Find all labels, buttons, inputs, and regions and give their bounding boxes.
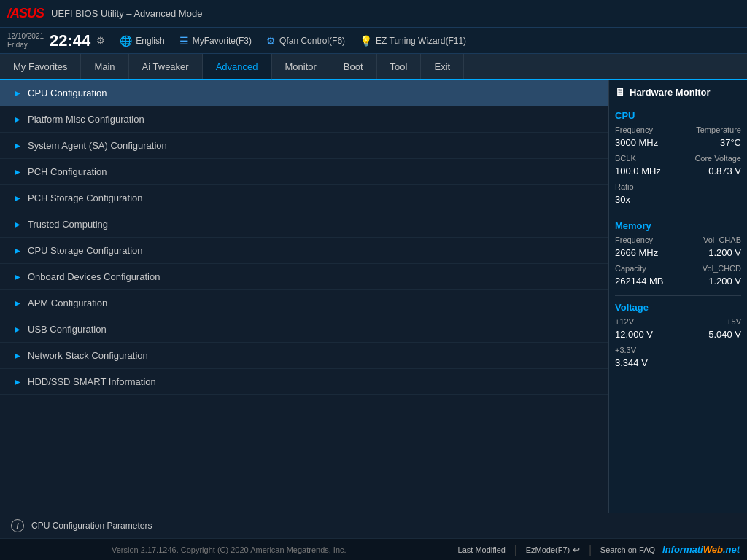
nav-advanced[interactable]: Advanced <box>203 54 272 80</box>
arrow-icon: ▶ <box>15 194 20 202</box>
mem-capacity-value: 262144 MB <box>615 276 664 287</box>
cpu-frequency-value-row: 3000 MHz 37°C <box>615 137 741 151</box>
cpu-core-voltage-label: Core Voltage <box>694 154 741 163</box>
info-icon: i <box>11 519 24 532</box>
cpu-frequency-label: Frequency <box>615 125 653 134</box>
mem-frequency-value: 2666 MHz <box>615 247 658 258</box>
voltage-12-value-row: 12.000 V 5.040 V <box>615 329 741 343</box>
menu-item-hdd-smart[interactable]: ▶ HDD/SSD SMART Information <box>0 369 608 395</box>
cpu-bclk-value-row: 100.0 MHz 0.873 V <box>615 166 741 179</box>
memory-section-title: Memory <box>615 220 741 231</box>
informatiweb-brand: InformatiWeb.net <box>662 544 740 555</box>
favorite-icon: ☰ <box>179 35 189 47</box>
v12-label: +12V <box>615 317 634 326</box>
arrow-icon: ▶ <box>15 220 20 228</box>
time-display: 22:44 <box>50 31 90 50</box>
cpu-frequency-value: 3000 MHz <box>615 137 658 148</box>
bulb-icon: 💡 <box>360 35 372 47</box>
datetime: 12/10/2021 Friday 22:44 ⚙ <box>7 31 105 50</box>
settings-icon[interactable]: ⚙ <box>96 35 105 46</box>
arrow-icon: ▶ <box>15 168 20 176</box>
mem-vol-chcd-label: Vol_CHCD <box>703 264 741 273</box>
mem-capacity-row: Capacity Vol_CHCD <box>615 264 741 273</box>
footer: Version 2.17.1246. Copyright (C) 2020 Am… <box>0 538 747 560</box>
menu-item-pch-storage[interactable]: ▶ PCH Storage Configuration <box>0 185 608 211</box>
mem-vol-chab-label: Vol_CHAB <box>703 236 741 244</box>
menu-item-cpu-storage[interactable]: ▶ CPU Storage Configuration <box>0 238 608 264</box>
menu-item-cpu-configuration[interactable]: ▶ CPU Configuration <box>0 80 608 106</box>
v33-value: 3.344 V <box>615 357 648 368</box>
arrow-icon: ▶ <box>15 378 20 386</box>
cpu-ratio-value-row: 30x <box>615 194 741 208</box>
cpu-bclk-label: BCLK <box>615 154 636 163</box>
topbar: 12/10/2021 Friday 22:44 ⚙ 🌐 English ☰ My… <box>0 28 747 54</box>
fan-icon: ⚙ <box>266 35 276 47</box>
arrow-icon: ▶ <box>15 273 20 281</box>
nav-ai-tweaker[interactable]: Ai Tweaker <box>129 54 203 79</box>
menu-item-onboard-devices[interactable]: ▶ Onboard Devices Configuration <box>0 264 608 290</box>
cpu-bclk-value: 100.0 MHz <box>615 166 661 176</box>
last-modified-button[interactable]: Last Modified <box>458 545 506 554</box>
voltage-33-value-row: 3.344 V <box>615 357 741 371</box>
mem-freq-value-row: 2666 MHz 1.200 V <box>615 247 741 261</box>
arrow-icon: ▶ <box>15 89 20 97</box>
v33-label: +3.3V <box>615 346 636 354</box>
cpu-ratio-row: Ratio <box>615 182 741 191</box>
menu-item-pch[interactable]: ▶ PCH Configuration <box>0 159 608 185</box>
mem-capacity-value-row: 262144 MB 1.200 V <box>615 276 741 289</box>
menu-item-system-agent[interactable]: ▶ System Agent (SA) Configuration <box>0 133 608 159</box>
arrow-icon: ▶ <box>15 299 20 307</box>
ez-mode-icon: ↩ <box>573 545 580 555</box>
header: /ASUS UEFI BIOS Utility – Advanced Mode <box>0 0 747 28</box>
footer-right: Last Modified | EzMode(F7) ↩ | Search on… <box>458 544 662 556</box>
nav-tool[interactable]: Tool <box>377 54 422 79</box>
ez-mode-button[interactable]: EzMode(F7) ↩ <box>526 545 581 555</box>
nav-exit[interactable]: Exit <box>421 54 464 79</box>
nav-main[interactable]: Main <box>81 54 128 79</box>
footer-divider-2: | <box>589 544 592 556</box>
cpu-ratio-label: Ratio <box>615 182 634 191</box>
menu-item-usb[interactable]: ▶ USB Configuration <box>0 316 608 343</box>
monitor-icon: 🖥 <box>615 86 625 98</box>
menu-item-network-stack[interactable]: ▶ Network Stack Configuration <box>0 343 608 369</box>
date-display: 12/10/2021 Friday <box>7 32 44 50</box>
mem-frequency-label: Frequency <box>615 236 653 244</box>
arrow-icon: ▶ <box>15 141 20 149</box>
arrow-icon: ▶ <box>15 351 20 359</box>
v5-label: +5V <box>727 317 741 326</box>
nav-monitor[interactable]: Monitor <box>272 54 330 79</box>
asus-logo: /ASUS <box>7 6 44 21</box>
navbar: My Favorites Main Ai Tweaker Advanced Mo… <box>0 54 747 80</box>
menu-item-apm[interactable]: ▶ APM Configuration <box>0 290 608 316</box>
arrow-icon: ▶ <box>15 325 20 333</box>
cpu-section-title: CPU <box>615 110 741 121</box>
mem-vol-chcd-value: 1.200 V <box>708 276 741 287</box>
cpu-ratio-value: 30x <box>615 194 630 205</box>
v12-value: 12.000 V <box>615 329 653 340</box>
voltage-33-row: +3.3V <box>615 346 741 354</box>
voltage-section-title: Voltage <box>615 302 741 313</box>
language-icon: 🌐 <box>120 35 132 47</box>
left-panel: ▶ CPU Configuration ▶ Platform Misc Conf… <box>0 80 608 513</box>
nav-boot[interactable]: Boot <box>330 54 377 79</box>
eztuning-button[interactable]: 💡 EZ Tuning Wizard(F11) <box>360 35 466 47</box>
cpu-bclk-row: BCLK Core Voltage <box>615 154 741 163</box>
search-faq-button[interactable]: Search on FAQ <box>600 545 655 554</box>
menu-item-trusted-computing[interactable]: ▶ Trusted Computing <box>0 211 608 238</box>
menu-item-platform-misc[interactable]: ▶ Platform Misc Configuration <box>0 106 608 133</box>
arrow-icon: ▶ <box>15 115 20 123</box>
cpu-core-voltage-value: 0.873 V <box>708 166 741 176</box>
bios-title: UEFI BIOS Utility – Advanced Mode <box>51 8 202 19</box>
mem-vol-chab-value: 1.200 V <box>708 247 741 258</box>
cpu-memory-divider <box>615 214 741 214</box>
footer-divider-1: | <box>514 544 517 556</box>
voltage-12-row: +12V +5V <box>615 317 741 326</box>
main-layout: ▶ CPU Configuration ▶ Platform Misc Conf… <box>0 80 747 513</box>
myfavorite-button[interactable]: ☰ MyFavorite(F3) <box>179 35 252 47</box>
language-selector[interactable]: 🌐 English <box>120 35 164 47</box>
hardware-monitor-title: 🖥 Hardware Monitor <box>615 86 741 104</box>
nav-my-favorites[interactable]: My Favorites <box>0 54 81 79</box>
arrow-icon: ▶ <box>15 246 20 254</box>
hardware-monitor-panel: 🖥 Hardware Monitor CPU Frequency Tempera… <box>608 80 747 513</box>
qfan-button[interactable]: ⚙ Qfan Control(F6) <box>266 35 345 47</box>
